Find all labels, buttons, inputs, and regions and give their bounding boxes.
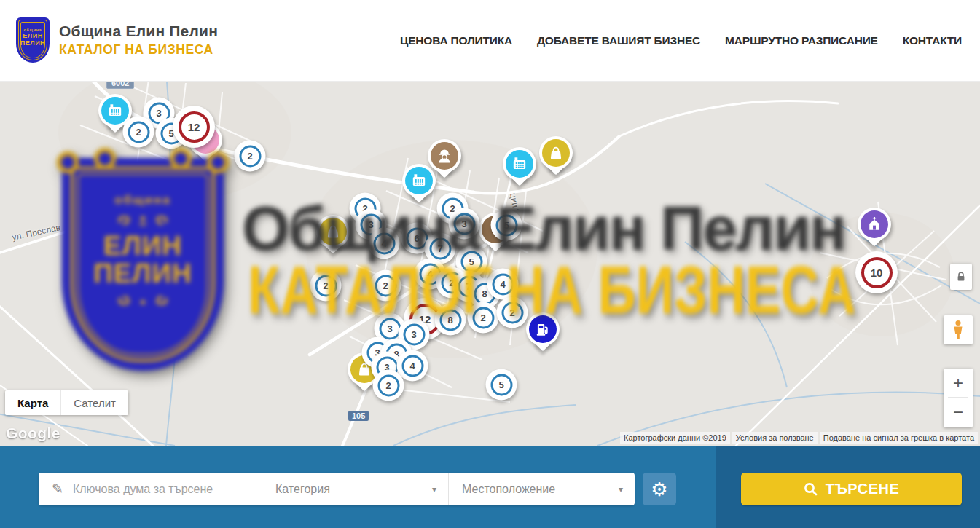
- site-subtitle: КАТАЛОГ НА БИЗНЕСА: [59, 42, 218, 58]
- map-canvas[interactable]: 6002105ул. Преславбул. „Новоселции“ 3251…: [0, 82, 980, 446]
- location-select[interactable]: Местоположение ▾: [449, 473, 635, 505]
- page: община ЕЛИН ПЕЛИН Община Елин Пелин КАТА…: [0, 0, 980, 528]
- search-bar: ✎ Категория ▾ Местоположение ▾ ⚙ ТЪРСЕНЕ: [0, 446, 980, 528]
- cluster-count: 5: [495, 214, 517, 236]
- pegman-icon: [951, 320, 965, 340]
- header: община ЕЛИН ПЕЛИН Община Елин Пелин КАТА…: [0, 0, 980, 82]
- attribution-report-error-link[interactable]: Подаване на сигнал за грешка в картата: [820, 432, 978, 444]
- search-box: ✎ Категория ▾ Местоположение ▾: [39, 473, 635, 505]
- attribution-copyright: Картографски данни ©2019: [620, 432, 730, 444]
- search-button[interactable]: ТЪРСЕНЕ: [741, 473, 962, 505]
- cluster-marker[interactable]: 2: [235, 141, 266, 172]
- map-type-button-satellite[interactable]: Сателит: [60, 390, 128, 415]
- worker-icon: [431, 142, 458, 170]
- crest-line1: ЕЛИН: [23, 32, 42, 39]
- keyword-search-input[interactable]: [73, 483, 248, 496]
- cluster-count: 2: [472, 307, 494, 328]
- cluster-marker[interactable]: 10: [855, 251, 898, 293]
- zoom-in-button[interactable]: +: [944, 369, 973, 397]
- brand[interactable]: община ЕЛИН ПЕЛИН Община Елин Пелин КАТА…: [16, 17, 218, 63]
- map-pin-church[interactable]: [858, 208, 891, 241]
- nav-item-add-business[interactable]: ДОБАВЕТЕ ВАШИЯТ БИЗНЕС: [537, 34, 700, 47]
- cluster-marker[interactable]: 2: [497, 297, 528, 328]
- cluster-count: 4: [373, 232, 395, 254]
- cluster-marker[interactable]: 2: [123, 117, 154, 148]
- cluster-count: 2: [377, 374, 399, 396]
- factory-icon: [405, 167, 433, 194]
- cluster-marker[interactable]: 5: [491, 210, 522, 241]
- cluster-marker[interactable]: 2: [373, 370, 404, 401]
- nav-item-schedule[interactable]: МАРШРУТНО РАЗПИСАНИЕ: [725, 34, 878, 47]
- attribution-terms-link[interactable]: Условия за ползване: [732, 432, 818, 444]
- cluster-count: 2: [501, 302, 523, 323]
- cluster-count: 3: [379, 318, 401, 339]
- cluster-count: 10: [861, 257, 893, 288]
- map-pin-worker[interactable]: [428, 139, 461, 173]
- cluster-count: 2: [375, 275, 396, 296]
- cluster-marker[interactable]: 2: [310, 270, 342, 302]
- brand-text: Община Елин Пелин КАТАЛОГ НА БИЗНЕСА: [59, 23, 218, 58]
- google-logo[interactable]: Google: [6, 425, 60, 442]
- church-icon: [861, 210, 888, 238]
- cluster-marker[interactable]: 4: [369, 228, 400, 259]
- cluster-count: 4: [492, 273, 514, 295]
- fuel-icon: [529, 315, 557, 343]
- search-icon: [804, 482, 818, 496]
- chevron-down-icon: ▾: [432, 484, 436, 494]
- cluster-marker[interactable]: 3: [449, 208, 480, 240]
- site-title: Община Елин Пелин: [59, 23, 218, 40]
- cluster-marker[interactable]: 2: [468, 302, 499, 334]
- factory-icon: [101, 97, 129, 125]
- cluster-count: 12: [179, 111, 210, 143]
- cluster-count: 7: [429, 237, 451, 259]
- cluster-count: 2: [128, 121, 149, 143]
- cluster-marker[interactable]: 2: [370, 270, 401, 302]
- cluster-marker[interactable]: 4: [487, 269, 519, 300]
- crest-line2: ПЕЛИН: [20, 39, 45, 47]
- cluster-count: 5: [460, 251, 482, 272]
- main-nav: ЦЕНОВА ПОЛИТИКА ДОБАВЕТЕ ВАШИЯТ БИЗНЕС М…: [400, 0, 962, 82]
- map-pin-factory[interactable]: [402, 164, 436, 197]
- keyword-section: ✎: [39, 481, 262, 497]
- chevron-down-icon: ▾: [619, 484, 623, 494]
- cluster-marker[interactable]: 5: [486, 369, 517, 401]
- nav-item-contacts[interactable]: КОНТАКТИ: [903, 34, 962, 47]
- category-select[interactable]: Категория ▾: [262, 473, 448, 505]
- map-pin-shopping-bag[interactable]: [316, 215, 350, 248]
- cluster-count: 2: [239, 145, 261, 167]
- cluster-marker[interactable]: 8: [435, 304, 466, 336]
- cluster-count: 5: [490, 374, 512, 395]
- gear-icon: ⚙: [651, 480, 667, 499]
- zoom-control: + −: [944, 369, 973, 427]
- zoom-out-button[interactable]: −: [944, 398, 973, 426]
- shopping-bag-icon: [542, 139, 570, 167]
- map-pin-factory[interactable]: [503, 147, 536, 181]
- cluster-count: 8: [439, 309, 461, 331]
- street-view-pegman[interactable]: [944, 315, 973, 344]
- cluster-count: 3: [453, 213, 475, 235]
- shopping-bag-icon: [319, 218, 347, 245]
- lock-icon: [955, 271, 967, 283]
- map-pin-shopping-bag[interactable]: [539, 136, 573, 170]
- pencil-icon: ✎: [52, 481, 63, 497]
- category-select-label: Категория: [275, 483, 330, 496]
- map-attribution: Картографски данни ©2019 Условия за полз…: [620, 432, 978, 444]
- cluster-count: 4: [401, 355, 423, 377]
- location-select-label: Местоположение: [462, 483, 555, 496]
- map-pin-fuel[interactable]: [526, 312, 560, 346]
- search-button-label: ТЪРСЕНЕ: [826, 481, 900, 497]
- nav-item-pricing[interactable]: ЦЕНОВА ПОЛИТИКА: [400, 34, 512, 47]
- map-lock-control[interactable]: [950, 264, 972, 290]
- map-type-button-map[interactable]: Карта: [5, 390, 60, 415]
- map-type-control: Карта Сателит: [5, 390, 128, 415]
- cluster-marker[interactable]: 12: [173, 106, 215, 148]
- factory-icon: [506, 150, 533, 178]
- advanced-settings-button[interactable]: ⚙: [643, 473, 676, 505]
- cluster-count: 2: [315, 275, 337, 296]
- municipality-crest-logo: община ЕЛИН ПЕЛИН: [16, 17, 50, 63]
